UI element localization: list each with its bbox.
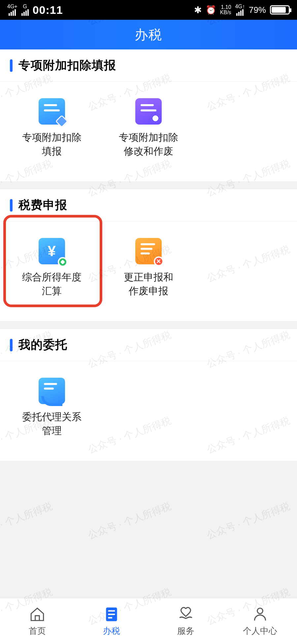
item-label: 专项附加扣除修改和作废 [119,131,178,158]
section-header: 我的委托 [0,329,297,361]
section-bar-icon [10,339,13,351]
section-title: 我的委托 [18,337,67,353]
section-grid: 专项附加扣除填报 专项附加扣除修改和作废 [0,82,297,181]
doc-yen-icon: ¥ [39,238,65,264]
item-correct-void[interactable]: ✕ 更正申报和作废申报 [100,238,197,298]
net-speed-val: 1.10 [221,4,231,10]
section-special-deduction: 专项附加扣除填报 专项附加扣除填报 专项附加扣除修改和作废 [0,49,297,181]
doc-pencil-icon [39,98,65,125]
status-right: ✱ ⏰ 1.10 KB/s 4G↑ 79% [194,4,290,16]
bluetooth-icon: ✱ [194,5,202,15]
net-speed: 1.10 KB/s [220,5,231,15]
signal-1: 4G+ [7,4,17,16]
section-bar-icon [10,59,13,72]
section-grid: ¥ 综合所得年度汇算 ✕ 更正申报和作废申报 [0,221,297,321]
bottom-nav: 首页 办税 服务 个人中心 [0,598,297,644]
signal-2: G [21,4,29,16]
svg-rect-1 [108,610,115,612]
person-icon [251,605,269,623]
section-bar-icon [10,199,13,212]
nav-label: 办税 [103,625,120,637]
home-icon [28,605,46,623]
doc-gear-icon [135,98,162,125]
item-delegate-manage[interactable]: 委托代理关系管理 [3,378,100,438]
item-annual-settlement[interactable]: ¥ 综合所得年度汇算 [3,238,100,298]
alarm-icon: ⏰ [206,5,216,15]
doc-hand-icon [39,378,65,404]
section-grid: 委托代理关系管理 [0,361,297,461]
signal-3: 4G↑ [235,4,245,16]
status-bar: 4G+ G 00:11 ✱ ⏰ 1.10 KB/s 4G↑ 79% [0,0,297,20]
section-header: 专项附加扣除填报 [0,49,297,82]
item-label: 委托代理关系管理 [22,410,82,438]
net-speed-unit: KB/s [220,10,231,15]
section-my-delegate: 我的委托 委托代理关系管理 [0,329,297,461]
nav-service[interactable]: 服务 [148,598,223,644]
nav-profile[interactable]: 个人中心 [223,598,297,644]
svg-rect-3 [108,617,112,618]
item-label: 更正申报和作废申报 [124,270,173,298]
section-title: 专项附加扣除填报 [18,57,116,73]
section-tax-declare: 税费申报 ¥ 综合所得年度汇算 ✕ 更正申报和作废申报 [0,189,297,321]
signal-1-label: 4G+ [7,4,17,9]
svg-rect-2 [108,614,115,615]
status-left: 4G+ G 00:11 [7,4,63,16]
page-title: 办税 [135,26,162,44]
app-header: 办税 [0,20,297,49]
item-special-deduction-fill[interactable]: 专项附加扣除填报 [3,98,100,158]
heart-hands-icon [177,605,195,623]
doc-icon [103,605,120,623]
section-header: 税费申报 [0,189,297,221]
nav-label: 首页 [29,625,46,637]
nav-home[interactable]: 首页 [0,598,74,644]
item-label: 综合所得年度汇算 [22,270,82,298]
item-label: 专项附加扣除填报 [22,131,82,158]
nav-label: 个人中心 [243,625,277,637]
clock: 00:11 [33,4,63,16]
svg-point-4 [257,608,263,614]
battery-icon [270,5,290,15]
section-title: 税费申报 [18,197,67,213]
battery-pct: 79% [249,5,266,15]
nav-label: 服务 [177,625,194,637]
item-special-deduction-edit[interactable]: 专项附加扣除修改和作废 [100,98,197,158]
nav-tax[interactable]: 办税 [74,598,148,644]
signal-3-label: 4G↑ [235,4,245,9]
signal-2-label: G [23,4,27,9]
doc-x-icon: ✕ [135,238,162,264]
